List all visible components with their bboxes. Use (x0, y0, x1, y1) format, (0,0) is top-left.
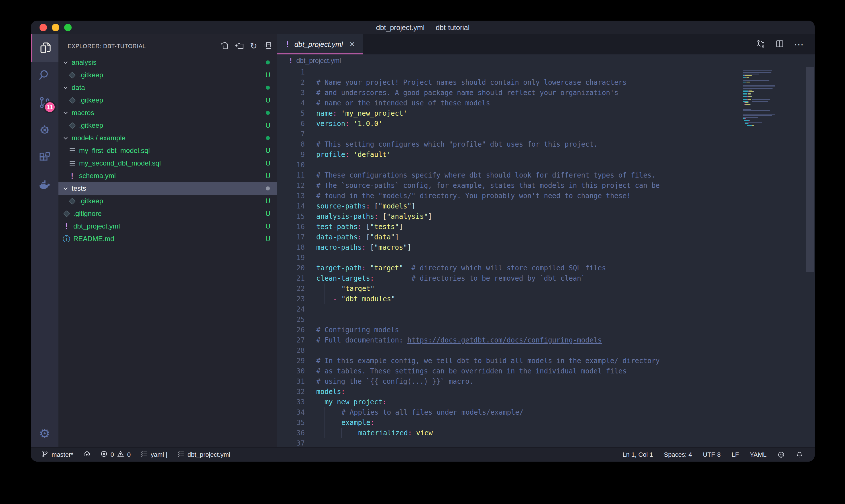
code-line[interactable]: 1 (277, 67, 815, 77)
activity-search[interactable] (31, 62, 58, 89)
tree-item--gitkeep[interactable]: .gitkeepU (58, 119, 277, 132)
git-untracked-badge: U (266, 210, 270, 218)
code-line[interactable]: 35 example: (277, 417, 815, 428)
code-line[interactable]: 8# This setting configures which "profil… (277, 139, 815, 149)
notifications-bell-icon[interactable] (796, 451, 803, 458)
code-line[interactable]: 23 - "dbt_modules" (277, 294, 815, 304)
modified-dot-badge (266, 60, 270, 65)
tab-dbt-project-yml[interactable]: ! dbt_project.yml ✕ (277, 34, 363, 54)
code-line[interactable]: 17data-paths: ["data"] (277, 232, 815, 242)
cursor-position[interactable]: Ln 1, Col 1 (623, 451, 653, 458)
encoding-setting[interactable]: UTF-8 (703, 451, 721, 458)
code-line[interactable]: 33 my_new_project: (277, 397, 815, 407)
code-line[interactable]: 19 (277, 253, 815, 263)
code-line[interactable]: 9profile: 'default' (277, 149, 815, 160)
tree-item-tests[interactable]: tests (58, 182, 277, 195)
activity-settings[interactable]: ⚙ (31, 420, 58, 447)
code-line[interactable]: 26# Configuring models (277, 325, 815, 335)
code-line[interactable]: 32models: (277, 386, 815, 397)
eol-setting[interactable]: LF (732, 451, 739, 458)
line-number: 6 (277, 119, 305, 129)
branch-name: master* (52, 451, 73, 458)
tree-item-label: .gitkeep (79, 71, 103, 79)
activity-run-debug[interactable] (31, 117, 58, 144)
search-icon (38, 68, 52, 83)
code-line[interactable]: 13# found in the "models/" directory. Yo… (277, 191, 815, 201)
breadcrumb[interactable]: ! dbt_project.yml (277, 54, 815, 67)
tree-item--gitkeep[interactable]: .gitkeepU (58, 195, 277, 207)
language-mode[interactable]: YAML (750, 451, 767, 458)
feedback-smiley-icon[interactable] (777, 451, 785, 458)
close-tab-icon[interactable]: ✕ (349, 40, 355, 48)
code-line[interactable]: 34 # Applies to all files under models/e… (277, 407, 815, 417)
tree-item--gitkeep[interactable]: .gitkeepU (58, 69, 277, 81)
code-line[interactable]: 5name: 'my_new_project' (277, 108, 815, 119)
code-line[interactable]: 37 (277, 438, 815, 447)
code-line[interactable]: 30# as tables. These settings can be ove… (277, 366, 815, 376)
tree-item-models-example[interactable]: models / example (58, 132, 277, 144)
activity-explorer[interactable] (31, 34, 58, 62)
linter-file-status[interactable]: dbt_project.yml (177, 450, 230, 459)
tree-item-schema-yml[interactable]: !schema.ymlU (58, 169, 277, 182)
sync-changes-button[interactable] (83, 450, 91, 459)
git-branch-status[interactable]: master* (41, 450, 73, 459)
activity-extensions[interactable] (31, 144, 58, 172)
tree-item-macros[interactable]: macros (58, 107, 277, 119)
code-editor[interactable]: 12# Name your project! Project names sho… (277, 67, 815, 447)
code-line[interactable]: 4# name or the intended use of these mod… (277, 98, 815, 108)
code-line[interactable]: 20target-path: "target" # directory whic… (277, 263, 815, 273)
line-number: 1 (277, 67, 305, 77)
code-line[interactable]: 28 (277, 345, 815, 356)
tree-item-analysis[interactable]: analysis (58, 56, 277, 69)
code-line[interactable]: 25 (277, 314, 815, 325)
new-folder-button[interactable] (235, 41, 244, 51)
code-line[interactable]: 27# Full documentation: https://docs.get… (277, 335, 815, 345)
minimap[interactable] (743, 69, 805, 128)
code-line[interactable]: 21clean-targets: # directories to be rem… (277, 273, 815, 284)
code-line[interactable]: 18macro-paths: ["macros"] (277, 242, 815, 253)
tree-item-label: .gitkeep (79, 96, 103, 104)
split-editor-button[interactable] (775, 39, 784, 50)
tree-item--gitkeep[interactable]: .gitkeepU (58, 94, 277, 107)
indentation-setting[interactable]: Spaces: 4 (664, 451, 692, 458)
code-line[interactable]: 14source-paths: ["models"] (277, 201, 815, 211)
tree-item--gitignore[interactable]: .gitignoreU (58, 207, 277, 220)
code-line[interactable]: 16test-paths: ["tests"] (277, 222, 815, 232)
tree-item-my-first-dbt-model-sql[interactable]: my_first_dbt_model.sqlU (58, 144, 277, 157)
tree-item-dbt-project-yml[interactable]: !dbt_project.ymlU (58, 220, 277, 233)
linter-yaml-status[interactable]: yaml | (140, 450, 167, 459)
problems-status[interactable]: 0 0 (100, 450, 131, 459)
more-actions-button[interactable]: ⋯ (794, 39, 804, 50)
vscode-window: dbt_project.yml — dbt-tutorial 11 (31, 21, 815, 462)
refresh-explorer-button[interactable]: ↻ (250, 42, 257, 50)
code-line[interactable]: 3# and underscores. A good package name … (277, 88, 815, 98)
checklist-icon (177, 450, 185, 459)
chevron-down-icon (62, 59, 69, 66)
open-changes-button[interactable] (756, 39, 766, 50)
code-line[interactable]: 15analysis-paths: ["analysis"] (277, 211, 815, 222)
code-line[interactable]: 22 - "target" (277, 284, 815, 294)
collapse-folders-button[interactable] (264, 41, 272, 51)
tree-item-label: schema.yml (79, 172, 116, 180)
code-line[interactable]: 7 (277, 129, 815, 139)
line-number: 13 (277, 191, 305, 201)
code-line[interactable]: 6version: '1.0.0' (277, 119, 815, 129)
code-line[interactable]: 11# These configurations specify where d… (277, 170, 815, 180)
tree-item-readme-md[interactable]: ⓘREADME.mdU (58, 233, 277, 245)
tree-item-my-second-dbt-model-sql[interactable]: my_second_dbt_model.sqlU (58, 157, 277, 169)
activity-source-control[interactable]: 11 (31, 89, 58, 117)
scrollbar-thumb[interactable] (806, 67, 814, 272)
code-line[interactable]: 36 materialized: view (277, 428, 815, 438)
code-line[interactable]: 2# Name your project! Project names shou… (277, 77, 815, 88)
line-number: 23 (277, 294, 305, 304)
yaml-warning-icon: ! (62, 222, 70, 231)
activity-docker[interactable] (31, 172, 58, 199)
code-line[interactable]: 10 (277, 160, 815, 170)
code-line[interactable]: 24 (277, 304, 815, 314)
code-line[interactable]: 31# using the `{{ config(...) }}` macro. (277, 376, 815, 386)
new-file-button[interactable] (220, 41, 229, 51)
line-number: 14 (277, 201, 305, 211)
code-line[interactable]: 12# The `source-paths` config, for examp… (277, 180, 815, 191)
code-line[interactable]: 29# In this example config, we tell dbt … (277, 356, 815, 366)
tree-item-data[interactable]: data (58, 81, 277, 94)
